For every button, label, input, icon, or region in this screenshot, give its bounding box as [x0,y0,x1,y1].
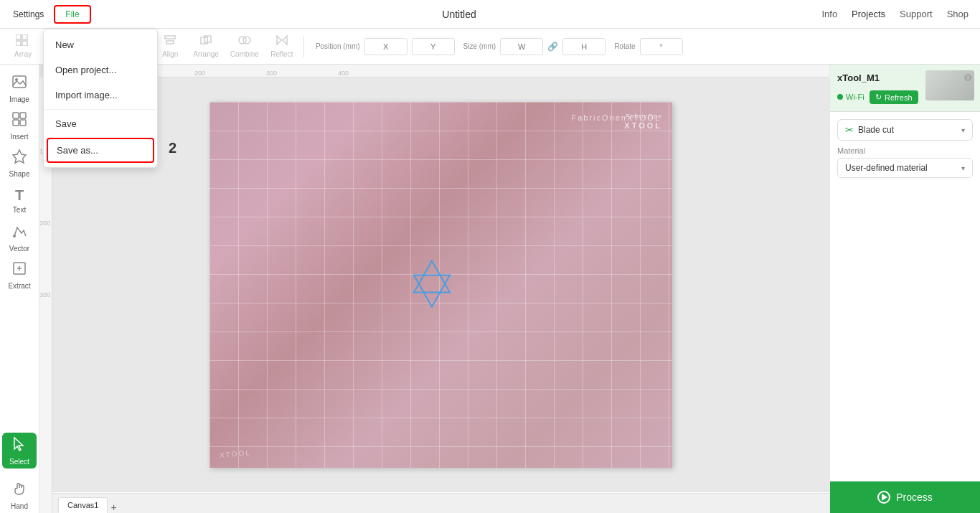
array-label: Array [14,50,32,58]
svg-marker-17 [283,36,287,44]
material-label: Material [837,146,973,155]
process-button[interactable]: Process [830,481,980,513]
canvas-tab-bar: Canvas1 + [52,493,829,513]
size-label: Size (mm) [463,42,496,50]
sidebar-item-vector[interactable]: Vector [2,220,37,255]
vector-label: Vector [9,245,29,253]
combine-tool: Combine [226,32,263,61]
refresh-icon: ↻ [875,93,882,102]
left-sidebar: Image Insert Shape T Text Vector [0,65,39,513]
sidebar-item-extract[interactable]: Extract [2,257,37,293]
image-label: Image [9,95,29,103]
text-icon: T [15,187,24,204]
insert-icon [11,111,27,131]
hand-label: Hand [11,502,28,510]
add-canvas-button[interactable]: + [110,502,116,513]
star-shape[interactable] [403,255,461,314]
process-type-left: ✂ Blade cut [845,124,894,136]
align-tool: Align [154,32,186,61]
sidebar-item-insert[interactable]: Insert [2,108,37,143]
process-type-selector[interactable]: ✂ Blade cut ▾ [837,119,973,141]
play-triangle-icon [882,494,887,501]
wifi-badge: Wi-Fi [837,93,864,101]
svg-rect-1 [22,34,27,39]
menu-item-import[interactable]: Import image... [44,83,157,108]
wifi-label: Wi-Fi [846,93,864,101]
svg-rect-21 [13,113,19,118]
process-settings: ✂ Blade cut ▾ Material User-defined mate… [830,112,980,191]
settings-button[interactable]: Settings [6,6,51,22]
rotate-input[interactable] [640,38,683,55]
sidebar-item-image[interactable]: Image [2,70,37,106]
insert-label: Insert [10,133,28,141]
arrange-tool: Arrange [189,32,223,61]
menu-item-save-as[interactable]: Save as... [47,138,154,163]
watermark: FabricOne XTOOL [624,112,662,132]
canvas-wrapper: 0 100 200 300 400 0 100 200 300 [39,65,829,513]
svg-point-26 [13,235,16,237]
sidebar-item-hand[interactable]: Hand [2,477,37,513]
right-sidebar: xTool_M1 ⚙ Wi-Fi ↻ Refresh ✂ [829,65,980,513]
device-name: xTool_M1 [837,72,880,83]
menu-item-open[interactable]: Open project... [44,57,157,83]
material-value: User-defined material [845,163,928,173]
svg-rect-2 [16,41,21,46]
select-icon [11,436,27,456]
array-tool: Array [7,32,39,61]
svg-rect-23 [13,120,19,126]
rotate-group: Rotate [614,38,682,55]
horizontal-ruler: 0 100 200 300 400 [52,65,829,77]
svg-rect-11 [166,41,174,44]
sidebar-item-text[interactable]: T Text [2,182,37,218]
svg-rect-3 [22,41,27,46]
shop-link[interactable]: Shop [947,9,969,19]
reflect-label: Reflect [270,50,293,58]
material-selector[interactable]: User-defined material ▾ [837,158,973,178]
top-bar-nav: Info Projects Support Shop [821,9,980,19]
size-w-input[interactable] [500,38,543,55]
svg-marker-32 [414,275,450,306]
array-icon [16,34,30,49]
hand-icon [11,481,27,500]
svg-rect-24 [20,120,26,126]
image-icon [11,74,27,93]
sidebar-item-shape[interactable]: Shape [2,145,37,181]
extract-icon [11,260,27,280]
position-x-input[interactable] [364,38,407,55]
menu-item-save[interactable]: Save [44,111,157,136]
device-panel: xTool_M1 ⚙ Wi-Fi ↻ Refresh [830,65,980,112]
toolbar-separator-1 [303,36,304,57]
align-label: Align [162,50,178,58]
align-icon [164,34,176,49]
file-button[interactable]: File [54,5,90,24]
sidebar-item-select[interactable]: Select [2,433,37,469]
info-link[interactable]: Info [821,9,837,19]
blade-icon: ✂ [845,124,854,136]
canvas-tab-1[interactable]: Canvas1 [58,497,108,513]
device-image [925,70,974,100]
arrange-label: Arrange [193,50,219,58]
position-group: Position (mm) [316,38,455,55]
menu-item-new[interactable]: New [44,32,157,57]
position-y-input[interactable] [412,38,455,55]
svg-rect-22 [20,113,26,118]
refresh-button[interactable]: ↻ Refresh [870,90,918,104]
arrange-icon [199,34,212,49]
chevron-down-icon: ▾ [961,126,965,134]
support-link[interactable]: Support [900,9,933,19]
svg-rect-0 [16,34,21,39]
file-dropdown-menu: New Open project... Import image... Save… [43,29,158,168]
canvas-image[interactable]: FabricOne XTOOL XTOOL [209,102,672,468]
canvas-area[interactable]: FabricOne XTOOL XTOOL [52,77,829,491]
reflect-tool: Reflect [266,32,298,61]
reflect-icon [275,34,288,49]
svg-marker-16 [277,36,281,44]
svg-point-15 [243,37,250,44]
menu-divider [44,109,157,110]
page-title: Untitled [97,9,822,20]
top-bar: Settings File Untitled Info Projects Sup… [0,0,980,29]
play-circle-icon [877,491,890,504]
combine-label: Combine [230,50,259,58]
size-h-input[interactable] [562,38,606,55]
projects-link[interactable]: Projects [852,9,885,19]
